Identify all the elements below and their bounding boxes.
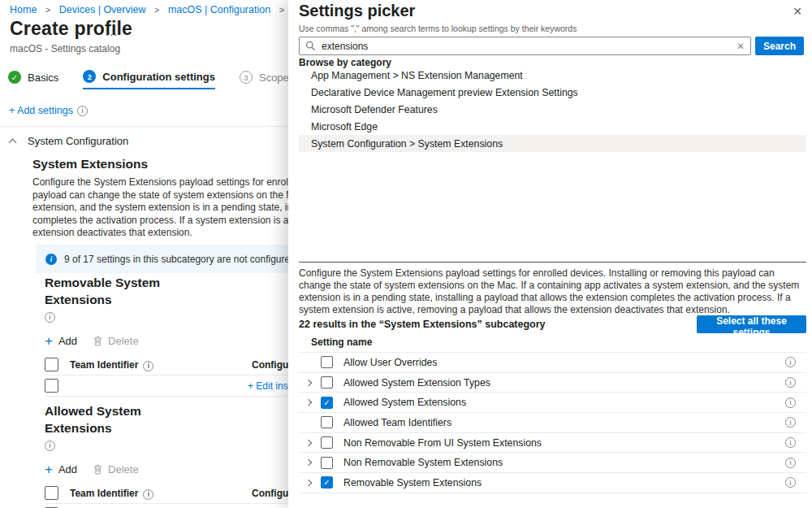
column-header-configuration: Configuration — [252, 488, 289, 499]
setting-checkbox[interactable] — [321, 436, 333, 449]
setting-label: Non Removable System Extensions — [343, 457, 503, 468]
breadcrumb-devices-overview[interactable]: Devices | Overview — [59, 4, 146, 15]
delete-button[interactable]: Delete — [93, 463, 139, 475]
search-input[interactable]: extensions ✕ — [299, 37, 751, 55]
trash-icon — [93, 336, 102, 346]
row-checkbox[interactable] — [45, 379, 58, 393]
category-item[interactable]: Microsoft Edge — [299, 118, 806, 135]
step-scope-tags[interactable]: 3 Scope tags — [240, 70, 289, 89]
step-done-icon: ✓ — [8, 71, 21, 84]
setting-label: Allow User Overrides — [343, 357, 437, 368]
breadcrumb-separator: > — [279, 5, 284, 15]
plus-icon: + — [45, 336, 53, 346]
info-icon[interactable]: i — [45, 312, 55, 323]
chevron-up-icon — [9, 139, 17, 147]
expand-chevron-icon[interactable] — [303, 437, 313, 448]
intune-create-profile-screen: Home > Devices | Overview > macOS | Conf… — [0, 0, 812, 508]
info-icon[interactable]: i — [785, 477, 796, 488]
setting-checkbox[interactable] — [321, 457, 333, 469]
settings-list: Allow User Overrides i Allowed System Ex… — [299, 352, 806, 493]
category-label: System Configuration > System Extensions — [311, 138, 503, 150]
search-value: extensions — [322, 41, 731, 52]
select-all-checkbox[interactable] — [45, 486, 58, 500]
trash-icon — [93, 464, 102, 475]
category-item[interactable]: App Management > NS Extension Management — [299, 67, 806, 84]
step-label: Basics — [28, 72, 58, 84]
add-button[interactable]: + Add — [45, 335, 77, 347]
table-header-row: Team Identifier i Configuration — [45, 354, 289, 376]
breadcrumb-macos-configuration[interactable]: macOS | Configuration — [168, 4, 270, 15]
settings-group-removable-system-extensions: Removable System Extensions i + Add Dele… — [45, 274, 289, 397]
divider — [299, 262, 806, 263]
info-icon[interactable]: i — [785, 437, 796, 448]
category-item[interactable]: System Configuration > System Extensions — [299, 135, 806, 152]
info-icon[interactable]: i — [45, 441, 55, 451]
setting-checkbox[interactable] — [321, 476, 333, 488]
expand-chevron-icon[interactable] — [303, 377, 313, 388]
group-table: Team Identifier i Configuration + Edit i… — [45, 354, 289, 397]
table-row: + Edit instance — [45, 504, 289, 508]
delete-button[interactable]: Delete — [93, 335, 139, 347]
subcategory-description: Configure the System Extensions payload … — [299, 267, 804, 316]
clear-search-icon[interactable]: ✕ — [736, 41, 745, 52]
step-label: Configuration settings — [102, 71, 215, 83]
info-icon[interactable]: i — [785, 377, 796, 388]
setting-checkbox[interactable] — [321, 416, 333, 428]
setting-row: Allowed Team Identifiers i — [299, 413, 806, 433]
setting-row: Non Removable From UI System Extensions … — [299, 433, 806, 454]
info-icon[interactable]: i — [785, 357, 796, 367]
category-item[interactable]: Declarative Device Management preview Ex… — [299, 84, 806, 101]
info-icon: i — [45, 254, 57, 265]
expand-chevron-icon[interactable] — [303, 477, 313, 488]
breadcrumb-separator: > — [45, 5, 50, 15]
search-button[interactable]: Search — [755, 37, 804, 55]
panel-title: Settings picker — [299, 2, 415, 20]
setting-checkbox[interactable] — [321, 397, 333, 409]
info-icon[interactable]: i — [143, 361, 153, 371]
step-configuration-settings[interactable]: 2 Configuration settings — [83, 70, 215, 89]
add-button[interactable]: + Add — [45, 463, 77, 475]
edit-instance-link[interactable]: + Edit instance — [248, 380, 289, 392]
breadcrumb-separator: > — [154, 5, 159, 15]
group-table: Team Identifier i Configuration + Edit i… — [45, 483, 289, 508]
more-options-icon[interactable]: ... — [106, 24, 119, 38]
info-icon[interactable]: i — [785, 397, 796, 408]
setting-row: Non Removable System Extensions i — [299, 453, 806, 473]
setting-row: Removable System Extensions i — [299, 473, 806, 493]
add-label: Add — [58, 463, 77, 475]
section-system-configuration[interactable]: System Configuration — [10, 135, 128, 147]
settings-group-allowed-system-extensions: Allowed System Extensions i + Add Delete… — [45, 402, 289, 508]
create-profile-page: Home > Devices | Overview > macOS | Conf… — [0, 0, 289, 508]
add-settings-link[interactable]: + Add settings i — [9, 105, 88, 116]
step-basics[interactable]: ✓ Basics — [8, 70, 58, 89]
column-header-configuration: Configuration — [252, 359, 289, 371]
category-label: Declarative Device Management preview Ex… — [311, 87, 578, 98]
breadcrumb-home[interactable]: Home — [10, 4, 37, 15]
category-list: App Management > NS Extension Management… — [299, 67, 806, 152]
setting-checkbox[interactable] — [321, 356, 333, 368]
group-toolbar: + Add Delete — [45, 463, 289, 475]
info-icon[interactable]: i — [785, 458, 796, 468]
category-label: Microsoft Defender Features — [311, 104, 438, 115]
breadcrumb: Home > Devices | Overview > macOS | Conf… — [10, 4, 289, 15]
info-icon[interactable]: i — [143, 489, 153, 500]
select-all-checkbox[interactable] — [45, 358, 58, 371]
expand-chevron-icon[interactable] — [303, 397, 313, 408]
info-icon[interactable]: i — [77, 106, 88, 116]
step-label: Scope tags — [259, 72, 289, 84]
step-number: 3 — [240, 71, 253, 84]
wizard-steps: ✓ Basics 2 Configuration settings 3 Scop… — [8, 70, 289, 89]
category-item[interactable]: Microsoft Defender Features — [299, 101, 806, 118]
setting-checkbox[interactable] — [321, 376, 333, 389]
close-icon[interactable]: ✕ — [793, 5, 802, 18]
setting-name-column-header: Setting name — [311, 336, 372, 348]
search-icon — [305, 41, 316, 51]
settings-picker-panel: Settings picker ✕ Use commas "," among s… — [288, 0, 812, 508]
setting-label: Allowed System Extensions — [343, 397, 466, 408]
setting-label: Removable System Extensions — [343, 477, 482, 488]
table-header-row: Team Identifier i Configuration — [45, 483, 289, 504]
info-icon[interactable]: i — [785, 417, 796, 428]
setting-row: Allowed System Extensions i — [299, 393, 806, 413]
expand-chevron-icon[interactable] — [303, 458, 313, 468]
select-all-settings-button[interactable]: Select all these settings — [697, 315, 806, 333]
